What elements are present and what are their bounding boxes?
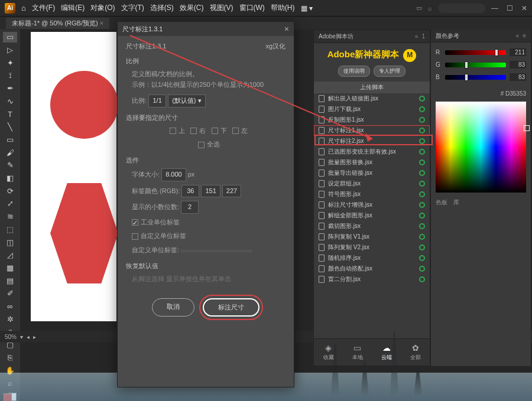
- chk-custom[interactable]: [132, 233, 138, 240]
- decimals-input[interactable]: 2: [181, 201, 199, 214]
- tool-magic-wand[interactable]: ✦: [3, 57, 17, 68]
- chk-industrial[interactable]: [132, 219, 138, 226]
- tool-lasso[interactable]: ⟟: [3, 70, 17, 81]
- tool-direct-select[interactable]: ▷: [3, 45, 17, 56]
- download-icon[interactable]: [419, 181, 425, 187]
- nav-fav[interactable]: ◈收藏: [323, 343, 334, 361]
- slider-b[interactable]: B83: [436, 73, 526, 81]
- tab-library[interactable]: 库: [453, 198, 459, 207]
- value-b[interactable]: 83: [510, 73, 526, 81]
- nav-local[interactable]: ▭本地: [352, 343, 363, 361]
- chk-bottom[interactable]: [212, 128, 218, 134]
- close-icon[interactable]: ✕: [521, 4, 527, 12]
- tool-mesh[interactable]: ▦: [3, 263, 17, 273]
- download-icon[interactable]: [419, 159, 425, 165]
- home-icon[interactable]: ⌂: [21, 4, 26, 12]
- tool-perspective[interactable]: ◿: [3, 250, 17, 260]
- tool-shape-builder[interactable]: ◫: [3, 237, 17, 247]
- value-g[interactable]: 83: [510, 61, 526, 69]
- script-item[interactable]: 随机排序.jsx: [314, 253, 430, 263]
- script-item[interactable]: 裁切图形.jsx: [314, 221, 430, 232]
- tool-line[interactable]: ╲: [3, 122, 17, 132]
- download-icon[interactable]: [419, 128, 425, 133]
- doc-tab[interactable]: 未标题-1* @ 50% (RGB/预览) ×: [6, 18, 109, 29]
- dialog-titlebar[interactable]: 尺寸标注1.3.1 ×: [118, 22, 294, 36]
- script-item[interactable]: 已选图形变统主部有效.jsx: [314, 146, 430, 157]
- menu-file[interactable]: 文件(F): [32, 3, 55, 13]
- menu-view[interactable]: 视图(V): [210, 3, 233, 13]
- tool-selection[interactable]: ▭: [3, 32, 17, 43]
- color-spectrum[interactable]: [436, 102, 526, 193]
- spectrum-picker[interactable]: [524, 125, 530, 131]
- cancel-button[interactable]: 取消: [152, 298, 194, 317]
- script-item[interactable]: 批量导出链接.jsx: [314, 168, 430, 178]
- tool-type[interactable]: T: [3, 109, 17, 119]
- menu-object[interactable]: 对象(O): [90, 3, 115, 13]
- panel-collapse-icon[interactable]: «: [516, 32, 520, 39]
- hex-value[interactable]: # D35353: [431, 89, 531, 98]
- menu-select[interactable]: 选择(S): [150, 3, 174, 13]
- tool-slice[interactable]: ⎘: [3, 353, 17, 363]
- menu-edit[interactable]: 编辑(E): [61, 3, 85, 13]
- script-item[interactable]: 尺寸标注2.jsx: [314, 136, 430, 146]
- download-icon[interactable]: [419, 170, 425, 176]
- chk-right[interactable]: [190, 128, 197, 134]
- tool-symbol-sprayer[interactable]: ✲: [3, 314, 17, 324]
- tool-width[interactable]: ≋: [3, 211, 17, 222]
- track-g[interactable]: [445, 63, 506, 67]
- nav-cloud[interactable]: ☁云端: [381, 343, 392, 361]
- scripts-help-button[interactable]: 使用说明: [338, 66, 370, 77]
- font-size-input[interactable]: 8.000: [161, 168, 186, 181]
- script-item[interactable]: 标注尺寸增强.jsx: [314, 200, 430, 210]
- shape-circle[interactable]: [50, 71, 118, 139]
- workspace-switcher[interactable]: ▦ ▾: [301, 4, 313, 12]
- min-icon[interactable]: —: [491, 4, 498, 12]
- tool-paintbrush[interactable]: 🖌: [3, 147, 17, 158]
- download-icon[interactable]: [419, 223, 425, 229]
- tool-eyedropper[interactable]: ✐: [3, 288, 17, 299]
- value-r[interactable]: 211: [510, 48, 526, 56]
- doc-tab-close-icon[interactable]: ×: [100, 19, 103, 27]
- download-icon[interactable]: [419, 255, 425, 261]
- scripts-support-button[interactable]: 专人护理: [374, 66, 406, 77]
- script-item[interactable]: 批量图形替换.jsx: [314, 157, 430, 168]
- max-icon[interactable]: ☐: [507, 4, 513, 12]
- slider-r[interactable]: R211: [436, 48, 526, 56]
- ok-button[interactable]: 标注尺寸: [203, 298, 259, 317]
- scripts-panel-tab[interactable]: Adobe脚本坊 « 1: [314, 30, 430, 43]
- menu-effect[interactable]: 效果(C): [180, 3, 204, 13]
- tab-swatches[interactable]: 色板: [436, 198, 447, 207]
- tool-scale[interactable]: ⤢: [3, 198, 17, 209]
- color-b-input[interactable]: 227: [222, 185, 241, 198]
- help-search[interactable]: [438, 4, 485, 13]
- slider-g[interactable]: G83: [436, 61, 526, 69]
- script-item[interactable]: 解组全部图形.jsx: [314, 210, 430, 221]
- chk-all[interactable]: [198, 142, 205, 148]
- script-item[interactable]: 反制图形1.jsx: [314, 115, 430, 125]
- tool-rotate[interactable]: ⟳: [3, 185, 17, 196]
- thumb-r[interactable]: [495, 49, 498, 56]
- tool-eraser[interactable]: ◧: [3, 173, 17, 184]
- nav-all[interactable]: ✿全部: [410, 343, 421, 361]
- arrange-icon[interactable]: ▭: [416, 4, 422, 12]
- download-icon[interactable]: [419, 191, 425, 197]
- script-item[interactable]: 阵列复制 V2.jsx: [314, 242, 430, 253]
- nav-prev-icon[interactable]: ◂: [27, 334, 30, 340]
- zoom-value[interactable]: 50%: [5, 334, 17, 340]
- script-item[interactable]: 置二分割.jsx: [314, 274, 430, 285]
- download-icon[interactable]: [419, 276, 425, 282]
- menu-type[interactable]: 文字(T): [121, 3, 144, 13]
- script-item[interactable]: 阵列复制 V1.jsx: [314, 232, 430, 242]
- panel-menu-icon[interactable]: ≡: [523, 32, 526, 39]
- scale-default-select[interactable]: (默认值) ▾: [168, 94, 205, 107]
- thumb-b[interactable]: [465, 74, 468, 81]
- tool-blend[interactable]: ∞: [3, 301, 17, 312]
- chk-top[interactable]: [170, 128, 176, 134]
- dialog-close-icon[interactable]: ×: [284, 24, 289, 34]
- tool-pencil[interactable]: ✎: [3, 160, 17, 171]
- menu-help[interactable]: 帮助(H): [271, 3, 295, 13]
- panel-collapse-icon[interactable]: «: [415, 33, 419, 40]
- track-r[interactable]: [445, 50, 506, 55]
- tool-pen[interactable]: ✒: [3, 83, 17, 94]
- chk-left[interactable]: [232, 128, 239, 134]
